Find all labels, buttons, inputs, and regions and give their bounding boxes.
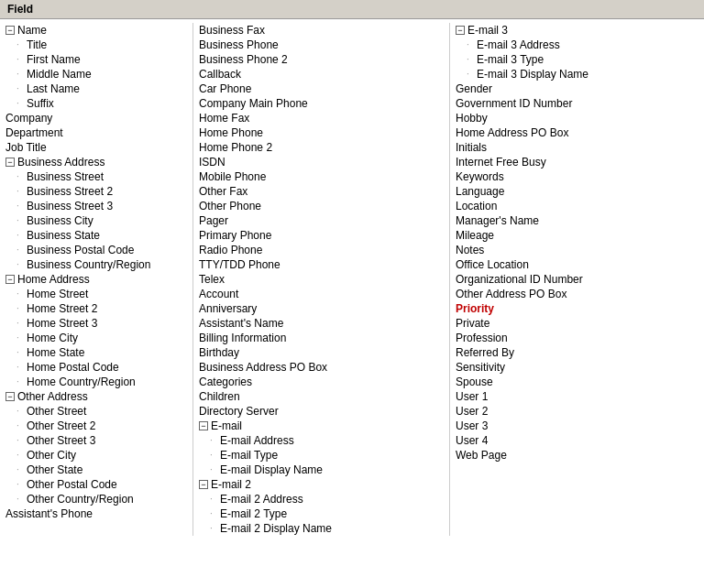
field-label: Business Postal Code — [27, 243, 134, 257]
field-item-notes: Notes — [454, 243, 700, 257]
column-2: Business FaxBusiness PhoneBusiness Phone… — [192, 23, 449, 536]
field-label: Profession — [456, 331, 508, 345]
field-item-email2-display-name: ·E-mail 2 Display Name — [197, 521, 446, 536]
field-item-other-address-po-box: Other Address PO Box — [454, 287, 700, 301]
field-label: Office Location — [456, 257, 529, 272]
field-item-other-country: ·Other Country/Region — [4, 492, 189, 506]
field-item-business-phone2: Business Phone 2 — [197, 52, 446, 67]
field-label: E-mail 2 Address — [220, 492, 303, 506]
field-label: E-mail 3 — [468, 23, 508, 38]
field-item-email2-group[interactable]: −E-mail 2 — [197, 477, 446, 492]
field-item-email3-type: ·E-mail 3 Type — [454, 52, 700, 67]
tree-dot: · — [16, 331, 24, 345]
expand-icon[interactable]: − — [6, 392, 15, 401]
field-label: Business Street — [27, 169, 104, 184]
field-item-other-state: ·Other State — [4, 463, 189, 477]
field-item-company: Company — [4, 111, 189, 125]
field-label: Telex — [199, 272, 225, 287]
field-label: Location — [456, 199, 497, 213]
field-label: Business Address — [17, 155, 104, 169]
field-item-home-street: ·Home Street — [4, 287, 189, 301]
field-label: Home Street — [27, 287, 88, 301]
field-label: Mileage — [456, 228, 494, 243]
field-item-email3-group[interactable]: −E-mail 3 — [454, 23, 700, 38]
column-1: −Name·Title·First Name·Middle Name·Last … — [0, 23, 192, 536]
expand-icon[interactable]: − — [456, 26, 465, 35]
field-item-other-city: ·Other City — [4, 448, 189, 463]
tree-dot: · — [16, 345, 24, 360]
field-item-managers-name: Manager's Name — [454, 213, 700, 228]
field-label: Other Address — [17, 389, 88, 404]
field-label: E-mail Display Name — [220, 463, 323, 477]
field-label: Job Title — [6, 140, 47, 155]
tree-dot: · — [16, 38, 24, 52]
field-item-home-city: ·Home City — [4, 331, 189, 345]
expand-icon[interactable]: − — [6, 158, 15, 167]
field-label: Home Street 3 — [27, 316, 97, 331]
expand-icon[interactable]: − — [199, 480, 208, 489]
tree-dot: · — [16, 419, 24, 433]
field-label: Directory Server — [199, 404, 279, 419]
field-item-home-street3: ·Home Street 3 — [4, 316, 189, 331]
field-label: Other Fax — [199, 184, 248, 199]
field-header-label: Field — [7, 3, 33, 16]
field-label: Anniversary — [199, 301, 257, 316]
field-item-location: Location — [454, 199, 700, 213]
field-item-mobile-phone: Mobile Phone — [197, 169, 446, 184]
tree-dot: · — [16, 243, 24, 257]
tree-dot: · — [467, 67, 474, 82]
field-item-business-fax: Business Fax — [197, 23, 446, 38]
field-item-email-type: ·E-mail Type — [197, 448, 446, 463]
expand-icon[interactable]: − — [6, 26, 15, 35]
tree-dot: · — [16, 492, 24, 506]
field-label: Callback — [199, 67, 241, 82]
field-item-birthday: Birthday — [197, 345, 446, 360]
field-label: Home Address — [17, 272, 90, 287]
field-label: Sensitivity — [456, 360, 505, 375]
field-label: Last Name — [27, 82, 80, 96]
tree-dot: · — [210, 463, 217, 477]
field-label: Home Postal Code — [27, 360, 119, 375]
field-item-mileage: Mileage — [454, 228, 700, 243]
field-item-referred-by: Referred By — [454, 345, 700, 360]
tree-dot: · — [16, 316, 24, 331]
field-item-email-group[interactable]: −E-mail — [197, 419, 446, 433]
tree-dot: · — [16, 404, 24, 419]
field-item-other-address-group[interactable]: −Other Address — [4, 389, 189, 404]
field-label: Organizational ID Number — [456, 272, 583, 287]
field-item-home-country: ·Home Country/Region — [4, 375, 189, 389]
field-label: Internet Free Busy — [456, 155, 546, 169]
field-item-directory-server: Directory Server — [197, 404, 446, 419]
field-item-home-address-group[interactable]: −Home Address — [4, 272, 189, 287]
field-label: Hobby — [456, 111, 488, 125]
field-label: Account — [199, 287, 238, 301]
tree-dot: · — [16, 52, 24, 67]
field-item-business-state: ·Business State — [4, 228, 189, 243]
field-label: Government ID Number — [456, 96, 572, 111]
field-label: Web Page — [456, 448, 507, 463]
field-item-middle-name: ·Middle Name — [4, 67, 189, 82]
field-label: Other Country/Region — [27, 492, 134, 506]
field-label: Car Phone — [199, 82, 251, 96]
field-item-keywords: Keywords — [454, 169, 700, 184]
field-item-profession: Profession — [454, 331, 700, 345]
field-label: Other Street 2 — [27, 419, 95, 433]
field-label: E-mail — [211, 419, 242, 433]
field-label: Children — [199, 389, 240, 404]
expand-icon[interactable]: − — [199, 421, 208, 430]
field-label: Home Phone — [199, 125, 263, 140]
field-item-callback: Callback — [197, 67, 446, 82]
field-item-name-group[interactable]: −Name — [4, 23, 189, 38]
field-item-home-postal-code: ·Home Postal Code — [4, 360, 189, 375]
field-label: Business Phone 2 — [199, 52, 288, 67]
field-item-business-city: ·Business City — [4, 213, 189, 228]
field-item-business-address-group[interactable]: −Business Address — [4, 155, 189, 169]
field-item-home-phone: Home Phone — [197, 125, 446, 140]
field-label: Assistant's Phone — [6, 506, 93, 521]
field-label: Gender — [456, 82, 492, 96]
expand-icon[interactable]: − — [6, 275, 15, 284]
field-item-web-page: Web Page — [454, 448, 700, 463]
field-label: Language — [456, 184, 504, 199]
field-item-tty-tdd-phone: TTY/TDD Phone — [197, 257, 446, 272]
field-item-children: Children — [197, 389, 446, 404]
